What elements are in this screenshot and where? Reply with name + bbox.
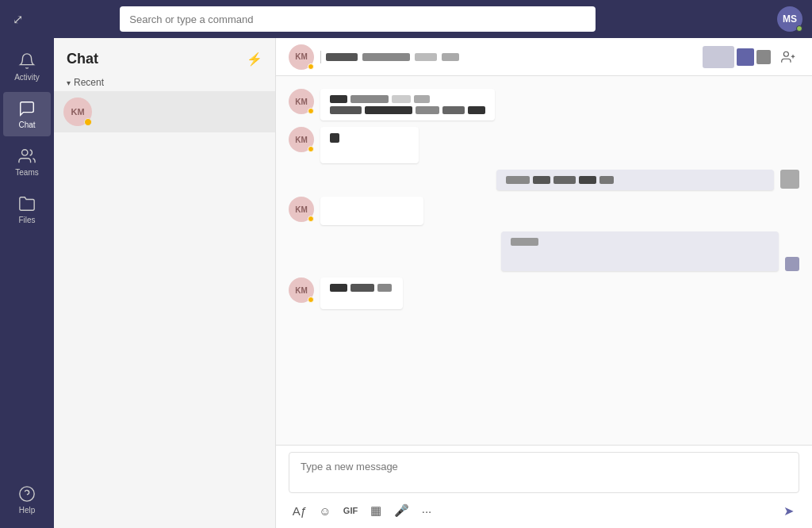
activity-label: Activity xyxy=(14,73,40,82)
chat-panel: Chat ⚡ ▾ Recent KM xyxy=(54,38,276,528)
msg-avatar: KM xyxy=(289,127,314,152)
topbar: ⤢ MS xyxy=(0,0,812,38)
input-toolbar: Aƒ ☺ GIF ▦ 🎤 ··· ➤ xyxy=(289,496,799,522)
gif-button[interactable]: GIF xyxy=(339,499,362,522)
more-options-button[interactable]: ··· xyxy=(416,499,438,522)
msg-avatar: KM xyxy=(289,89,314,114)
msg-bubble xyxy=(320,197,423,225)
msg-status-dot xyxy=(308,146,314,152)
help-label: Help xyxy=(19,506,36,515)
message-row: KM xyxy=(289,277,799,309)
search-bar[interactable] xyxy=(120,6,596,32)
header-text-block-1 xyxy=(326,53,358,61)
message-row: KM xyxy=(289,197,799,225)
header-text-block-4 xyxy=(442,53,459,61)
chat-panel-header: Chat ⚡ xyxy=(54,38,275,74)
msg-bubble xyxy=(320,277,403,309)
chat-header-name-row xyxy=(320,51,459,63)
msg-bubble xyxy=(320,127,419,163)
chat-header-status-dot xyxy=(308,63,314,70)
sticker-button[interactable]: ▦ xyxy=(365,499,387,522)
message-row: KM xyxy=(289,89,799,121)
msg-blocks-row1 xyxy=(330,95,485,103)
right-message-icon xyxy=(780,170,799,189)
msg-bubble-right xyxy=(501,231,779,271)
files-label: Files xyxy=(18,216,35,224)
msg-blocks-row1 xyxy=(330,133,409,143)
chat-list-avatar: KM xyxy=(63,98,92,126)
emoji-button[interactable]: ☺ xyxy=(314,499,336,522)
chat-nav-label: Chat xyxy=(18,121,35,129)
chat-section-recent: ▾ Recent xyxy=(54,74,275,91)
header-text-block-3 xyxy=(415,53,437,61)
chat-list-status-dot xyxy=(84,118,92,126)
msg-bubble xyxy=(320,89,495,121)
header-text-block-2 xyxy=(362,53,410,61)
msg-status-dot xyxy=(308,297,314,303)
messages-area: KM xyxy=(276,76,812,445)
header-divider xyxy=(320,51,321,63)
message-row: KM xyxy=(289,127,799,163)
sidebar-nav: Activity Chat Teams Files xyxy=(0,38,54,528)
search-input[interactable] xyxy=(129,13,586,25)
sidebar-item-files[interactable]: Files xyxy=(3,187,51,231)
recent-label: Recent xyxy=(74,77,104,88)
format-text-button[interactable]: Aƒ xyxy=(289,499,311,522)
sidebar-item-help[interactable]: Help xyxy=(3,477,51,522)
message-row-right xyxy=(289,231,799,271)
sidebar-item-chat[interactable]: Chat xyxy=(3,92,51,136)
msg-blocks-row1 xyxy=(506,176,764,184)
svg-point-1 xyxy=(20,486,34,500)
msg-blocks-row2 xyxy=(330,106,485,114)
sidebar-item-teams[interactable]: Teams xyxy=(3,140,51,184)
chat-main: KM xyxy=(276,38,812,528)
filter-icon[interactable]: ⚡ xyxy=(247,52,262,67)
chevron-icon: ▾ xyxy=(67,78,71,87)
input-area: Aƒ ☺ GIF ▦ 🎤 ··· ➤ xyxy=(276,445,812,528)
svg-point-0 xyxy=(22,149,28,155)
header-icon-group-3 xyxy=(756,50,771,64)
expand-icon[interactable]: ⤢ xyxy=(10,9,26,30)
online-status-dot xyxy=(796,25,802,32)
msg-blocks-row1 xyxy=(330,284,393,292)
svg-point-3 xyxy=(783,52,788,56)
msg-avatar: KM xyxy=(289,277,314,303)
audio-button[interactable]: 🎤 xyxy=(390,499,412,522)
user-avatar[interactable]: MS xyxy=(777,6,802,32)
message-row-right xyxy=(289,170,799,190)
main-area: Activity Chat Teams Files xyxy=(0,38,812,528)
msg-blocks-row1 xyxy=(511,238,769,246)
message-input[interactable] xyxy=(289,452,799,493)
teams-label: Teams xyxy=(15,168,38,177)
msg-status-dot xyxy=(308,108,314,114)
header-icon-group-2 xyxy=(737,48,754,66)
header-icon-group-1 xyxy=(703,46,734,68)
msg-status-dot xyxy=(308,216,314,222)
sidebar-item-activity[interactable]: Activity xyxy=(3,44,51,89)
msg-avatar: KM xyxy=(289,197,314,222)
chat-list-item[interactable]: KM xyxy=(54,91,275,132)
send-button[interactable]: ➤ xyxy=(777,499,799,522)
chat-header-avatar: KM xyxy=(289,44,314,70)
chat-panel-title: Chat xyxy=(67,51,98,67)
chat-messages-header: KM xyxy=(276,38,812,76)
right-message-icon-2 xyxy=(785,257,799,271)
add-people-button[interactable] xyxy=(777,46,799,68)
header-right-icons xyxy=(703,46,799,68)
msg-bubble-right xyxy=(496,170,774,190)
